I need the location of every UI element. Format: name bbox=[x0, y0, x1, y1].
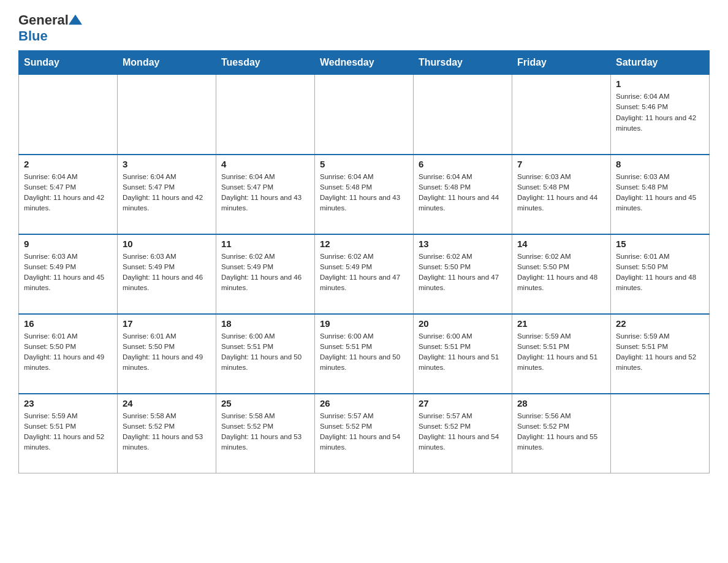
day-number: 18 bbox=[221, 318, 309, 329]
day-info: Sunrise: 6:01 AM Sunset: 5:50 PM Dayligh… bbox=[24, 331, 112, 373]
day-info: Sunrise: 5:59 AM Sunset: 5:51 PM Dayligh… bbox=[517, 331, 605, 373]
day-info: Sunrise: 6:04 AM Sunset: 5:48 PM Dayligh… bbox=[419, 172, 507, 214]
day-info: Sunrise: 6:01 AM Sunset: 5:50 PM Dayligh… bbox=[123, 331, 211, 373]
week-row-2: 2Sunrise: 6:04 AM Sunset: 5:47 PM Daylig… bbox=[19, 155, 710, 234]
day-number: 22 bbox=[616, 318, 704, 329]
day-number: 6 bbox=[419, 159, 507, 169]
calendar-cell: 7Sunrise: 6:03 AM Sunset: 5:48 PM Daylig… bbox=[512, 155, 611, 234]
day-number: 27 bbox=[419, 398, 507, 408]
day-number: 28 bbox=[517, 398, 605, 408]
day-number: 20 bbox=[419, 318, 507, 329]
calendar-cell bbox=[611, 394, 710, 473]
calendar-cell: 10Sunrise: 6:03 AM Sunset: 5:49 PM Dayli… bbox=[118, 234, 216, 314]
day-info: Sunrise: 5:57 AM Sunset: 5:52 PM Dayligh… bbox=[320, 411, 408, 453]
day-info: Sunrise: 5:58 AM Sunset: 5:52 PM Dayligh… bbox=[123, 411, 211, 453]
day-number: 13 bbox=[419, 239, 507, 249]
calendar-cell: 19Sunrise: 6:00 AM Sunset: 5:51 PM Dayli… bbox=[315, 314, 414, 394]
col-header-friday: Friday bbox=[512, 51, 611, 75]
calendar-cell: 14Sunrise: 6:02 AM Sunset: 5:50 PM Dayli… bbox=[512, 234, 611, 314]
calendar-cell: 26Sunrise: 5:57 AM Sunset: 5:52 PM Dayli… bbox=[315, 394, 414, 473]
calendar-cell bbox=[19, 75, 118, 155]
day-info: Sunrise: 6:01 AM Sunset: 5:50 PM Dayligh… bbox=[616, 251, 704, 294]
day-info: Sunrise: 6:02 AM Sunset: 5:50 PM Dayligh… bbox=[517, 251, 605, 294]
day-number: 19 bbox=[320, 318, 408, 329]
day-info: Sunrise: 6:04 AM Sunset: 5:47 PM Dayligh… bbox=[123, 172, 211, 214]
day-info: Sunrise: 6:02 AM Sunset: 5:50 PM Dayligh… bbox=[419, 251, 507, 294]
logo-blue: Blue bbox=[18, 28, 48, 44]
day-number: 10 bbox=[123, 239, 211, 249]
day-info: Sunrise: 6:03 AM Sunset: 5:49 PM Dayligh… bbox=[24, 251, 112, 294]
day-number: 17 bbox=[123, 318, 211, 329]
calendar-cell: 1Sunrise: 6:04 AM Sunset: 5:46 PM Daylig… bbox=[611, 75, 710, 155]
calendar-cell: 25Sunrise: 5:58 AM Sunset: 5:52 PM Dayli… bbox=[216, 394, 315, 473]
calendar-cell: 11Sunrise: 6:02 AM Sunset: 5:49 PM Dayli… bbox=[216, 234, 315, 314]
calendar-cell: 18Sunrise: 6:00 AM Sunset: 5:51 PM Dayli… bbox=[216, 314, 315, 394]
day-info: Sunrise: 6:04 AM Sunset: 5:47 PM Dayligh… bbox=[221, 172, 309, 214]
week-row-3: 9Sunrise: 6:03 AM Sunset: 5:49 PM Daylig… bbox=[19, 234, 710, 314]
logo: GeneralBlue bbox=[18, 12, 82, 44]
day-number: 4 bbox=[221, 159, 309, 169]
day-number: 3 bbox=[123, 159, 211, 169]
day-number: 12 bbox=[320, 239, 408, 249]
day-info: Sunrise: 5:59 AM Sunset: 5:51 PM Dayligh… bbox=[24, 411, 112, 453]
calendar-cell: 28Sunrise: 5:56 AM Sunset: 5:52 PM Dayli… bbox=[512, 394, 611, 473]
col-header-thursday: Thursday bbox=[414, 51, 512, 75]
col-header-saturday: Saturday bbox=[611, 51, 710, 75]
day-info: Sunrise: 6:04 AM Sunset: 5:48 PM Dayligh… bbox=[320, 172, 408, 214]
week-row-1: 1Sunrise: 6:04 AM Sunset: 5:46 PM Daylig… bbox=[19, 75, 710, 155]
day-info: Sunrise: 6:00 AM Sunset: 5:51 PM Dayligh… bbox=[320, 331, 408, 373]
calendar-cell: 22Sunrise: 5:59 AM Sunset: 5:51 PM Dayli… bbox=[611, 314, 710, 394]
day-number: 2 bbox=[24, 159, 112, 169]
col-header-monday: Monday bbox=[118, 51, 216, 75]
calendar-cell: 8Sunrise: 6:03 AM Sunset: 5:48 PM Daylig… bbox=[611, 155, 710, 234]
calendar-cell: 16Sunrise: 6:01 AM Sunset: 5:50 PM Dayli… bbox=[19, 314, 118, 394]
day-number: 26 bbox=[320, 398, 408, 408]
day-number: 8 bbox=[616, 159, 704, 169]
day-number: 25 bbox=[221, 398, 309, 408]
calendar-cell: 3Sunrise: 6:04 AM Sunset: 5:47 PM Daylig… bbox=[118, 155, 216, 234]
svg-marker-0 bbox=[69, 15, 82, 25]
calendar-cell: 9Sunrise: 6:03 AM Sunset: 5:49 PM Daylig… bbox=[19, 234, 118, 314]
day-info: Sunrise: 6:03 AM Sunset: 5:48 PM Dayligh… bbox=[616, 172, 704, 214]
day-info: Sunrise: 6:02 AM Sunset: 5:49 PM Dayligh… bbox=[320, 251, 408, 294]
day-number: 14 bbox=[517, 239, 605, 249]
calendar-cell: 4Sunrise: 6:04 AM Sunset: 5:47 PM Daylig… bbox=[216, 155, 315, 234]
calendar-cell: 21Sunrise: 5:59 AM Sunset: 5:51 PM Dayli… bbox=[512, 314, 611, 394]
day-info: Sunrise: 5:56 AM Sunset: 5:52 PM Dayligh… bbox=[517, 411, 605, 453]
day-number: 15 bbox=[616, 239, 704, 249]
week-row-4: 16Sunrise: 6:01 AM Sunset: 5:50 PM Dayli… bbox=[19, 314, 710, 394]
calendar-cell: 6Sunrise: 6:04 AM Sunset: 5:48 PM Daylig… bbox=[414, 155, 512, 234]
day-number: 11 bbox=[221, 239, 309, 249]
calendar-cell: 15Sunrise: 6:01 AM Sunset: 5:50 PM Dayli… bbox=[611, 234, 710, 314]
calendar-table: SundayMondayTuesdayWednesdayThursdayFrid… bbox=[18, 50, 710, 473]
col-header-wednesday: Wednesday bbox=[315, 51, 414, 75]
calendar-cell bbox=[118, 75, 216, 155]
day-number: 1 bbox=[616, 79, 704, 89]
calendar-cell: 12Sunrise: 6:02 AM Sunset: 5:49 PM Dayli… bbox=[315, 234, 414, 314]
day-info: Sunrise: 5:58 AM Sunset: 5:52 PM Dayligh… bbox=[221, 411, 309, 453]
day-number: 5 bbox=[320, 159, 408, 169]
calendar-cell: 2Sunrise: 6:04 AM Sunset: 5:47 PM Daylig… bbox=[19, 155, 118, 234]
day-number: 16 bbox=[24, 318, 112, 329]
week-row-5: 23Sunrise: 5:59 AM Sunset: 5:51 PM Dayli… bbox=[19, 394, 710, 473]
calendar-cell bbox=[216, 75, 315, 155]
calendar-cell bbox=[414, 75, 512, 155]
logo-triangle-icon bbox=[69, 13, 82, 27]
day-number: 9 bbox=[24, 239, 112, 249]
day-info: Sunrise: 6:03 AM Sunset: 5:48 PM Dayligh… bbox=[517, 172, 605, 214]
calendar-cell bbox=[512, 75, 611, 155]
day-info: Sunrise: 6:03 AM Sunset: 5:49 PM Dayligh… bbox=[123, 251, 211, 294]
day-info: Sunrise: 6:00 AM Sunset: 5:51 PM Dayligh… bbox=[221, 331, 309, 373]
day-info: Sunrise: 6:02 AM Sunset: 5:49 PM Dayligh… bbox=[221, 251, 309, 294]
day-number: 24 bbox=[123, 398, 211, 408]
calendar-cell: 13Sunrise: 6:02 AM Sunset: 5:50 PM Dayli… bbox=[414, 234, 512, 314]
logo-general: General bbox=[18, 12, 69, 28]
calendar-cell: 20Sunrise: 6:00 AM Sunset: 5:51 PM Dayli… bbox=[414, 314, 512, 394]
calendar-cell: 27Sunrise: 5:57 AM Sunset: 5:52 PM Dayli… bbox=[414, 394, 512, 473]
day-info: Sunrise: 6:04 AM Sunset: 5:46 PM Dayligh… bbox=[616, 91, 704, 134]
day-info: Sunrise: 5:57 AM Sunset: 5:52 PM Dayligh… bbox=[419, 411, 507, 453]
day-number: 23 bbox=[24, 398, 112, 408]
header-row: SundayMondayTuesdayWednesdayThursdayFrid… bbox=[19, 51, 710, 75]
day-info: Sunrise: 6:00 AM Sunset: 5:51 PM Dayligh… bbox=[419, 331, 507, 373]
calendar-cell: 24Sunrise: 5:58 AM Sunset: 5:52 PM Dayli… bbox=[118, 394, 216, 473]
